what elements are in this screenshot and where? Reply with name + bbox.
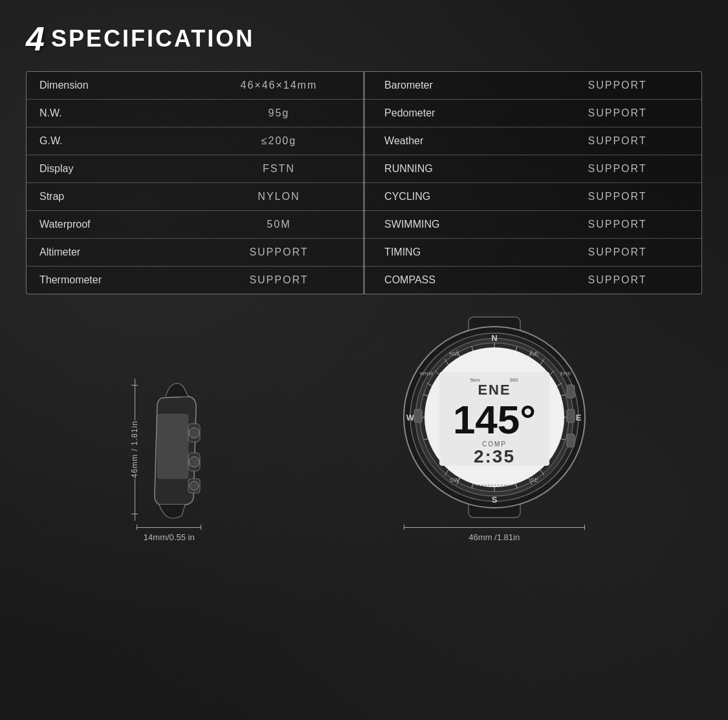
height-label: 46mm / 1.81in [130, 420, 139, 478]
spec-table-container: Dimension46×46×14mmBarometerSUPPORTN.W.9… [26, 71, 702, 294]
front-view-container: N S E W NE NW SE SW ENE WNW [391, 314, 598, 542]
spec-left-label: G.W. [27, 127, 195, 155]
svg-point-5 [190, 481, 199, 490]
svg-text:5km: 5km [470, 377, 480, 383]
svg-rect-51 [414, 409, 422, 422]
svg-text:NE: NE [530, 351, 538, 357]
side-watch-svg [143, 378, 208, 521]
spec-left-label: Strap [27, 183, 195, 211]
table-row: StrapNYLONCYCLINGSUPPORT [27, 183, 701, 211]
svg-text:2:35: 2:35 [474, 446, 515, 466]
spec-left-value: SUPPORT [195, 239, 363, 267]
svg-point-3 [189, 457, 199, 467]
spec-left-label: Thermometer [27, 267, 195, 294]
table-row: G.W.≤200gWeatherSUPPORT [27, 127, 701, 155]
spec-right-label: TIMING [365, 239, 533, 267]
side-width-label: 14mm/0.55 in [144, 532, 195, 542]
spec-right-label: COMPASS [365, 267, 533, 294]
table-row: Waterproof50MSWIMMINGSUPPORT [27, 211, 701, 239]
section-number: 4 [26, 19, 45, 58]
spec-left-value: 50M [195, 211, 363, 239]
spec-right-value: SUPPORT [533, 127, 701, 155]
spec-right-value: SUPPORT [533, 239, 701, 267]
svg-text:SW: SW [450, 477, 459, 483]
spec-right-value: SUPPORT [533, 211, 701, 239]
side-view-container: 46mm / 1.81in [130, 378, 208, 542]
svg-rect-50 [567, 434, 575, 447]
svg-text:NW: NW [449, 351, 459, 357]
page-container: 4 SPECIFICATION Dimension46×46×14mmBarom… [0, 0, 728, 720]
spec-right-value: SUPPORT [533, 183, 701, 211]
side-view-wrapper: 46mm / 1.81in [130, 378, 208, 521]
svg-text:ENE: ENE [560, 371, 571, 376]
spec-right-value: SUPPORT [533, 267, 701, 294]
spec-right-label: Pedometer [365, 100, 533, 127]
spec-table: Dimension46×46×14mmBarometerSUPPORTN.W.9… [27, 72, 701, 294]
svg-rect-49 [567, 409, 575, 422]
diagrams-section: 46mm / 1.81in [26, 314, 702, 542]
spec-left-value: ≤200g [195, 127, 363, 155]
table-row: N.W.95gPedometerSUPPORT [27, 100, 701, 127]
spec-left-label: Display [27, 155, 195, 183]
spec-left-value: SUPPORT [195, 267, 363, 294]
svg-text:145°: 145° [453, 397, 536, 442]
spec-left-value: 46×46×14mm [195, 72, 363, 100]
spec-left-value: 95g [195, 100, 363, 127]
section-title: SPECIFICATION [51, 25, 254, 52]
spec-left-value: NYLON [195, 183, 363, 211]
svg-rect-6 [157, 414, 188, 479]
table-row: AltimeterSUPPORTTIMINGSUPPORT [27, 239, 701, 267]
spec-right-value: SUPPORT [533, 155, 701, 183]
svg-text:W: W [406, 413, 415, 422]
svg-text:WNW: WNW [419, 371, 433, 376]
spec-right-label: RUNNING [365, 155, 533, 183]
front-width-label-container: 46mm /1.81in [391, 525, 598, 542]
spec-right-label: Barometer [365, 72, 533, 100]
svg-point-1 [189, 428, 199, 438]
spec-left-label: Dimension [27, 72, 195, 100]
header: 4 SPECIFICATION [26, 19, 702, 58]
spec-right-label: SWIMMING [365, 211, 533, 239]
svg-text:S: S [491, 495, 497, 505]
front-width-label: 46mm /1.81in [469, 532, 520, 542]
table-row: DisplayFSTNRUNNINGSUPPORT [27, 155, 701, 183]
svg-text:360: 360 [509, 377, 518, 383]
svg-rect-48 [567, 385, 575, 398]
spec-left-value: FSTN [195, 155, 363, 183]
spec-left-label: Waterproof [27, 211, 195, 239]
spec-right-label: CYCLING [365, 183, 533, 211]
svg-text:E: E [575, 413, 581, 422]
front-watch-svg: N S E W NE NW SE SW ENE WNW [391, 314, 598, 521]
table-row: Dimension46×46×14mmBarometerSUPPORT [27, 72, 701, 100]
spec-right-label: Weather [365, 127, 533, 155]
spec-left-label: Altimeter [27, 239, 195, 267]
spec-left-label: N.W. [27, 100, 195, 127]
svg-text:N: N [491, 333, 497, 343]
table-row: ThermometerSUPPORTCOMPASSSUPPORT [27, 267, 701, 294]
width-label-container: 14mm/0.55 in [137, 525, 201, 542]
spec-right-value: SUPPORT [533, 100, 701, 127]
svg-text:ENE: ENE [478, 382, 511, 398]
spec-right-value: SUPPORT [533, 72, 701, 100]
svg-text:SE: SE [531, 477, 538, 483]
